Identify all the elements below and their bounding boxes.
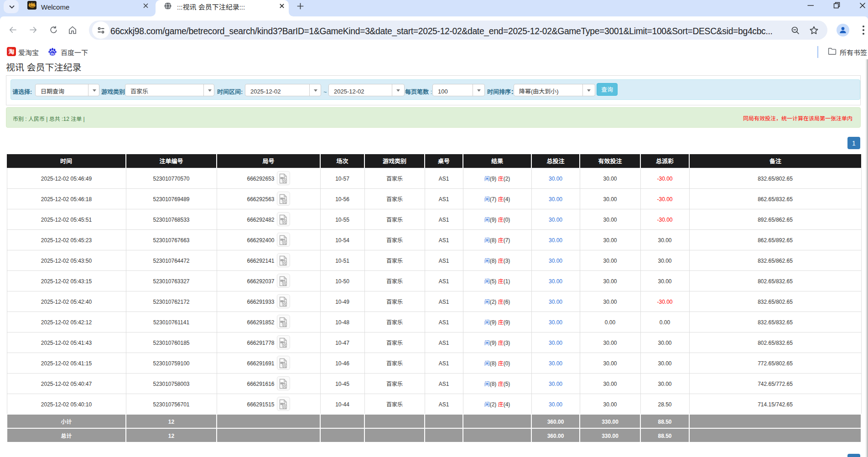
svg-text:du: du bbox=[51, 52, 54, 55]
